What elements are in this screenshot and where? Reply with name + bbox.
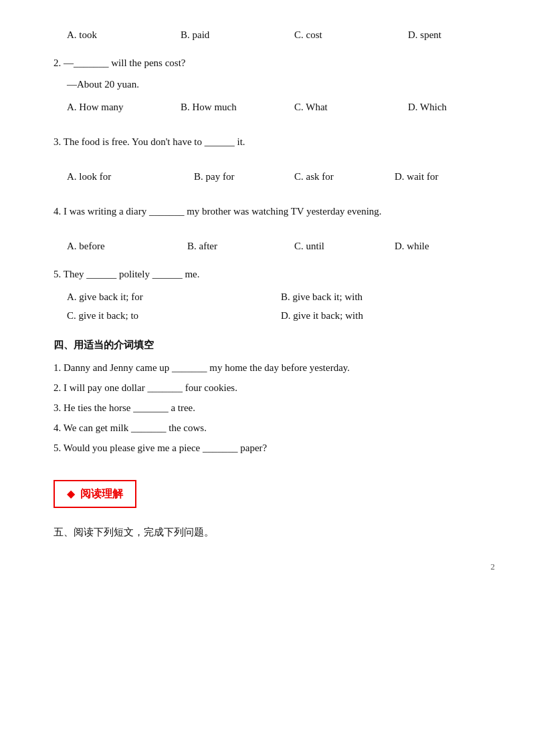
q3-option-c: C. ask for bbox=[294, 168, 395, 184]
q3-option-b: B. pay for bbox=[194, 168, 294, 184]
q5-option-d: D. give it back; with bbox=[281, 306, 495, 325]
q3-text: 3. The food is free. You don't have to _… bbox=[54, 134, 495, 150]
question-3-block: 3. The food is free. You don't have to _… bbox=[54, 134, 495, 184]
q5-option-c: C. give it back; to bbox=[67, 306, 281, 325]
q1-option-c: C. cost bbox=[294, 27, 408, 43]
page-number: 2 bbox=[54, 560, 495, 574]
section4-items: 1. Danny and Jenny came up _______ my ho… bbox=[54, 360, 495, 456]
fill-blank-4: 4. We can get milk _______ the cows. bbox=[54, 420, 495, 436]
fill-blank-5: 5. Would you please give me a piece ____… bbox=[54, 440, 495, 456]
q5-option-a: A. give back it; for bbox=[67, 287, 281, 306]
question-2-block: 2. —_______ will the pens cost? —About 2… bbox=[54, 55, 495, 115]
fill-blank-2: 2. I will pay one dollar _______ four co… bbox=[54, 380, 495, 396]
q4-option-d: D. while bbox=[395, 238, 508, 254]
q1-options: A. took B. paid C. cost D. spent bbox=[67, 27, 495, 43]
question-1-block: A. took B. paid C. cost D. spent bbox=[54, 27, 495, 43]
q2-subtext: —About 20 yuan. bbox=[67, 76, 495, 92]
question-5-block: 5. They ______ politely ______ me. A. gi… bbox=[54, 266, 495, 325]
fill-blank-3: 3. He ties the horse _______ a tree. bbox=[54, 400, 495, 416]
question-4-block: 4. I was writing a diary _______ my brot… bbox=[54, 203, 495, 254]
q4-options: A. before B. after C. until D. while bbox=[67, 238, 495, 254]
q3-options: A. look for B. pay for C. ask for D. wai… bbox=[67, 168, 495, 184]
section5-text: 五、阅读下列短文，完成下列问题。 bbox=[54, 524, 495, 540]
q2-option-c: C. What bbox=[294, 99, 408, 115]
reading-section-label: 阅读理解 bbox=[80, 485, 123, 503]
q4-option-a: A. before bbox=[67, 238, 187, 254]
q1-option-d: D. spent bbox=[408, 27, 522, 43]
q2-option-d: D. Which bbox=[408, 99, 522, 115]
q5-option-b: B. give back it; with bbox=[281, 287, 495, 306]
q3-option-d: D. wait for bbox=[395, 168, 508, 184]
diamond-icon: ◆ bbox=[67, 485, 75, 503]
q1-option-a: A. took bbox=[67, 27, 181, 43]
fill-blank-1: 1. Danny and Jenny came up _______ my ho… bbox=[54, 360, 495, 376]
q3-option-a: A. look for bbox=[67, 168, 194, 184]
q2-options: A. How many B. How much C. What D. Which bbox=[67, 99, 495, 115]
q4-option-b: B. after bbox=[187, 238, 294, 254]
q4-text: 4. I was writing a diary _______ my brot… bbox=[54, 203, 495, 219]
q2-option-a: A. How many bbox=[67, 99, 181, 115]
reading-section-box: ◆ 阅读理解 bbox=[54, 480, 136, 508]
q1-option-b: B. paid bbox=[181, 27, 294, 43]
q2-text: 2. —_______ will the pens cost? bbox=[54, 55, 495, 71]
section4-header: 四、用适当的介词填空 bbox=[54, 337, 495, 353]
q4-option-c: C. until bbox=[294, 238, 395, 254]
q2-option-b: B. How much bbox=[181, 99, 294, 115]
q5-text: 5. They ______ politely ______ me. bbox=[54, 266, 495, 282]
q5-options: A. give back it; for B. give back it; wi… bbox=[67, 287, 495, 325]
